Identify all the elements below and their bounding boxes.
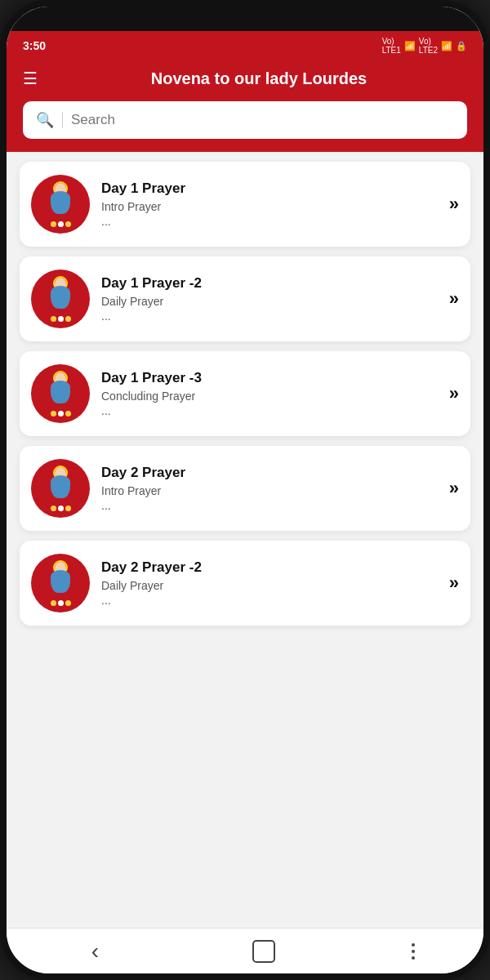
card-ellipsis-3: ...: [101, 404, 438, 417]
prayer-list: Day 1 Prayer Intro Prayer ... »: [7, 152, 483, 928]
card-chevron-3: »: [449, 383, 459, 404]
avatar-5: [31, 554, 90, 612]
avatar-2: [31, 270, 90, 328]
signal2-label: Vo)LTE2: [419, 37, 438, 55]
card-subtitle-3: Concluding Prayer: [101, 390, 438, 403]
phone-top-bar: [7, 7, 483, 31]
search-divider: [62, 112, 63, 128]
card-chevron-5: »: [449, 572, 459, 594]
card-ellipsis-4: ...: [101, 499, 438, 512]
search-bar[interactable]: 🔍: [23, 101, 467, 139]
card-title-5: Day 2 Prayer -2: [101, 559, 438, 576]
card-title-1: Day 1 Prayer: [101, 180, 438, 197]
app-header: ☰ Novena to our lady Lourdes: [7, 60, 483, 101]
app-title: Novena to our lady Lourdes: [51, 69, 467, 88]
battery-icon: 🔒: [456, 41, 467, 51]
avatar-4: [31, 459, 90, 518]
home-button[interactable]: [252, 940, 275, 963]
prayer-card-1[interactable]: Day 1 Prayer Intro Prayer ... »: [20, 162, 470, 247]
card-ellipsis-1: ...: [101, 215, 438, 228]
card-title-3: Day 1 Prayer -3: [101, 370, 438, 386]
card-subtitle-1: Intro Prayer: [101, 200, 438, 213]
search-input[interactable]: [71, 112, 454, 128]
card-subtitle-5: Daily Prayer: [101, 579, 438, 592]
hamburger-icon[interactable]: ☰: [23, 69, 38, 88]
prayer-card-2[interactable]: Day 1 Prayer -2 Daily Prayer ... »: [20, 256, 470, 341]
prayer-card-3[interactable]: Day 1 Prayer -3 Concluding Prayer ... »: [20, 351, 470, 436]
card-chevron-1: »: [449, 194, 459, 215]
recents-button[interactable]: [412, 943, 415, 960]
bottom-nav: ‹: [7, 928, 483, 973]
card-text-2: Day 1 Prayer -2 Daily Prayer ...: [101, 275, 438, 323]
card-text-1: Day 1 Prayer Intro Prayer ...: [101, 180, 438, 228]
card-text-4: Day 2 Prayer Intro Prayer ...: [101, 465, 438, 512]
avatar-3: [31, 364, 90, 423]
card-subtitle-4: Intro Prayer: [101, 484, 438, 497]
card-chevron-2: »: [449, 288, 459, 310]
card-text-3: Day 1 Prayer -3 Concluding Prayer ...: [101, 370, 438, 417]
prayer-card-5[interactable]: Day 2 Prayer -2 Daily Prayer ... »: [20, 541, 470, 626]
card-text-5: Day 2 Prayer -2 Daily Prayer ...: [101, 559, 438, 607]
signal-bars2: 📶: [441, 41, 452, 51]
card-subtitle-2: Daily Prayer: [101, 295, 438, 308]
search-bar-container: 🔍: [7, 101, 483, 152]
signal1-label: Vo)LTE1: [382, 37, 401, 55]
search-icon: 🔍: [36, 111, 54, 129]
card-title-4: Day 2 Prayer: [101, 465, 438, 481]
card-ellipsis-5: ...: [101, 594, 438, 607]
notch: [180, 11, 310, 26]
prayer-card-4[interactable]: Day 2 Prayer Intro Prayer ... »: [20, 446, 470, 531]
avatar-1: [31, 175, 90, 234]
status-bar: 3:50 Vo)LTE1 📶 Vo)LTE2 📶 🔒: [7, 31, 483, 60]
phone-frame: 3:50 Vo)LTE1 📶 Vo)LTE2 📶 🔒 ☰ Novena to o…: [0, 0, 490, 980]
status-icons: Vo)LTE1 📶 Vo)LTE2 📶 🔒: [382, 37, 467, 55]
card-ellipsis-2: ...: [101, 310, 438, 323]
status-time: 3:50: [23, 39, 46, 52]
signal-bars1: 📶: [404, 41, 416, 51]
back-button[interactable]: ‹: [75, 932, 115, 971]
card-title-2: Day 1 Prayer -2: [101, 275, 438, 292]
card-chevron-4: »: [449, 478, 459, 499]
